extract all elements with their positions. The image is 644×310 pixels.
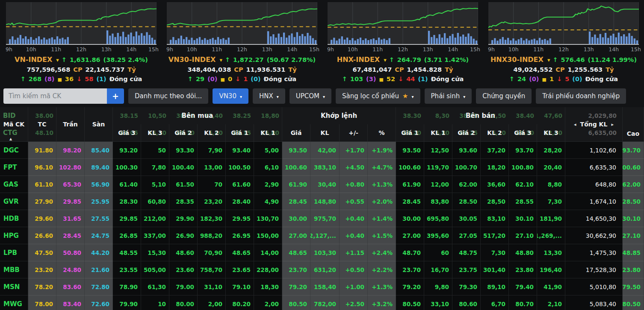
cell-ask-volume[interactable]: 7,30	[481, 244, 509, 261]
cell-ask-volume[interactable]: 89,10	[481, 278, 509, 295]
index-name[interactable]: VN30-INDEX	[168, 56, 216, 64]
cell-ask-volume[interactable]: 8,80	[537, 176, 565, 193]
cell-ask-volume[interactable]: 20,40	[537, 159, 565, 176]
cell-symbol[interactable]: DGC	[0, 142, 28, 159]
cell-ask-volume[interactable]: 28,50	[481, 193, 509, 210]
cell-bid-price[interactable]: 78.90	[113, 278, 141, 295]
cell-floor-price[interactable]: 56.90	[85, 176, 113, 193]
cell-bid-price[interactable]: 29.95	[226, 210, 254, 227]
cell-change-percent[interactable]: +4.7%	[368, 159, 396, 176]
cell-ceiling-price[interactable]: 31.65	[56, 210, 85, 227]
cell-ask-price[interactable]: 28.55	[509, 193, 537, 210]
cell-ask-volume[interactable]: 12,00	[424, 176, 452, 193]
cell-ref-price[interactable]: 47.50	[28, 244, 56, 261]
cell-ask-volume[interactable]: 6,70	[481, 295, 509, 310]
cell-matched-volume[interactable]: 631,20	[310, 261, 340, 278]
cell-ask-volume[interactable]: 41,90	[537, 278, 565, 295]
index-name[interactable]: HNX30-INDEX	[490, 56, 544, 64]
cell-matched-volume[interactable]: 103,30	[310, 244, 340, 261]
cell-ref-price[interactable]: 26.60	[28, 227, 56, 244]
add-symbol-button[interactable]: +	[107, 88, 124, 104]
cell-ask-price[interactable]: 28.50	[452, 193, 481, 210]
cell-symbol[interactable]: LPB	[0, 244, 28, 261]
cell-bid-volume[interactable]: 7,90	[198, 142, 226, 159]
cell-ref-price[interactable]: 23.20	[28, 261, 56, 278]
cell-floor-price[interactable]: 85.40	[85, 142, 113, 159]
cell-ask-volume[interactable]: 33,10	[424, 295, 452, 310]
cell-bid-price[interactable]: 100.30	[113, 159, 141, 176]
cell-ask-price[interactable]: 62.10	[509, 176, 537, 193]
corporate-bond-button[interactable]: Trái phiếu doanh nghiệp	[536, 88, 626, 104]
cell-ask-price[interactable]: 100.70	[452, 159, 481, 176]
cell-bid-volume[interactable]: 212,00	[141, 210, 169, 227]
cell-bid-volume[interactable]: 70,90	[198, 244, 226, 261]
cell-ask-price[interactable]: 100.60	[396, 159, 424, 176]
cell-bid-volume[interactable]: 60,80	[141, 193, 169, 210]
cell-bid-volume[interactable]: 130,70	[254, 210, 282, 227]
cell-matched-volume[interactable]: 383,10	[310, 159, 340, 176]
cell-ref-price[interactable]: 78.00	[28, 295, 56, 310]
cell-floor-price[interactable]: 72.80	[85, 278, 113, 295]
cell-bid-price[interactable]: 23.60	[169, 261, 198, 278]
cell-matched-volume[interactable]: 30,40	[310, 176, 340, 193]
prev-columns-icon[interactable]: ◂	[570, 122, 580, 127]
cell-ask-price[interactable]: 93.50	[396, 142, 424, 159]
cell-ask-volume[interactable]: 18,20	[481, 159, 509, 176]
cell-bid-price[interactable]: 79.10	[226, 278, 254, 295]
cell-bid-volume[interactable]: 15,30	[141, 244, 169, 261]
cell-ceiling-price[interactable]: 65.30	[56, 176, 85, 193]
cell-bid-price[interactable]: 23.65	[226, 261, 254, 278]
cell-bid-volume[interactable]: 4,90	[254, 193, 282, 210]
cell-bid-price[interactable]: 93.40	[226, 142, 254, 159]
cell-ask-volume[interactable]: 196,40	[537, 261, 565, 278]
cell-bid-price[interactable]: 93.20	[113, 142, 141, 159]
cell-ask-price[interactable]: 79.40	[509, 278, 537, 295]
cell-bid-price[interactable]: 29.90	[169, 210, 198, 227]
covered-warrant-button[interactable]: Chứng quyền	[476, 88, 532, 104]
cell-matched-price[interactable]: 27.00	[282, 227, 310, 244]
cell-bid-price[interactable]: 23.55	[113, 261, 141, 278]
cell-bid-price[interactable]: 48.65	[226, 244, 254, 261]
cell-ceiling-price[interactable]: 50.80	[56, 244, 85, 261]
cell-symbol[interactable]: HPG	[0, 227, 28, 244]
cell-bid-volume[interactable]: 70	[198, 176, 226, 193]
cell-change-percent[interactable]: +1.9%	[368, 142, 396, 159]
cell-bid-volume[interactable]: 13,00	[198, 159, 226, 176]
cell-ceiling-price[interactable]: 83.60	[56, 278, 85, 295]
cell-change[interactable]: +1.70	[340, 142, 368, 159]
cell-ask-price[interactable]: 30.10	[509, 210, 537, 227]
cell-change[interactable]: +0.40	[340, 227, 368, 244]
cell-ask-volume[interactable]: 119,70	[424, 159, 452, 176]
cell-ask-price[interactable]: 28.45	[396, 193, 424, 210]
next-columns-icon[interactable]: ▸	[607, 122, 617, 127]
cell-bid-volume[interactable]: 182,30	[198, 210, 226, 227]
cell-symbol[interactable]: FPT	[0, 159, 28, 176]
cell-floor-price[interactable]: 89.40	[85, 159, 113, 176]
cell-matched-price[interactable]: 28.45	[282, 193, 310, 210]
chevron-down-icon[interactable]: ▾	[547, 57, 550, 63]
cell-symbol[interactable]: MBB	[0, 261, 28, 278]
cell-ref-price[interactable]: 91.80	[28, 142, 56, 159]
cell-ask-volume[interactable]: 60	[424, 244, 452, 261]
index-name[interactable]: HNX-INDEX	[337, 56, 380, 64]
cell-change[interactable]: +2.50	[340, 295, 368, 310]
cell-bid-volume[interactable]: 2,90	[254, 176, 282, 193]
cell-bid-price[interactable]: 61.50	[169, 176, 198, 193]
cell-bid-price[interactable]: 26.95	[226, 227, 254, 244]
cell-floor-price[interactable]: 27.55	[85, 210, 113, 227]
cell-ask-price[interactable]: 30.00	[396, 210, 424, 227]
cell-bid-volume[interactable]: 6,10	[254, 159, 282, 176]
cell-ask-volume[interactable]: 1,269,...	[537, 227, 565, 244]
cell-bid-price[interactable]: 100.40	[169, 159, 198, 176]
cell-matched-volume[interactable]: 782,00	[310, 295, 340, 310]
cell-bid-price[interactable]: 28.35	[169, 193, 198, 210]
cell-ask-price[interactable]: 48.70	[396, 244, 424, 261]
cell-matched-price[interactable]: 93.50	[282, 142, 310, 159]
cell-bid-volume[interactable]: 337,00	[141, 227, 169, 244]
cell-floor-price[interactable]: 21.60	[85, 261, 113, 278]
cell-change[interactable]: +0.40	[340, 210, 368, 227]
search-input[interactable]	[3, 88, 107, 104]
cell-ask-price[interactable]: 62.00	[452, 176, 481, 193]
cell-bid-price[interactable]: 61.60	[226, 176, 254, 193]
cell-symbol[interactable]: MWG	[0, 295, 28, 310]
